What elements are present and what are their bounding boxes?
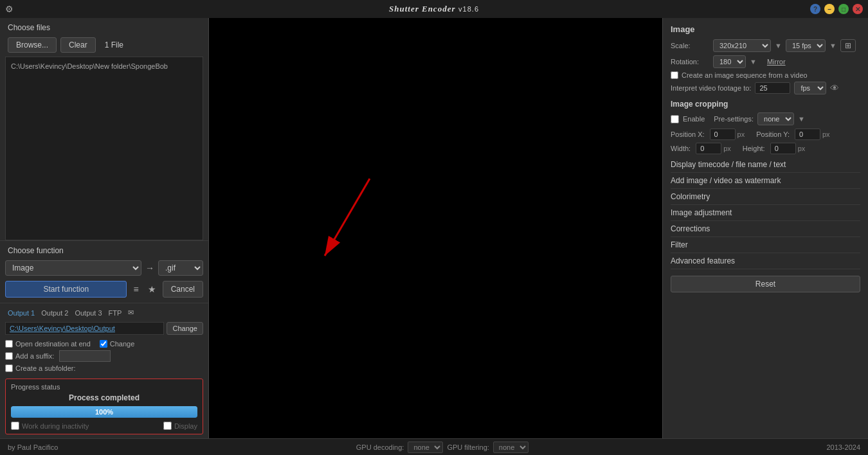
open-destination-checkbox[interactable] xyxy=(5,340,13,348)
fps-select-2[interactable]: fps xyxy=(794,82,826,94)
choose-files-header: Choose files xyxy=(0,18,208,35)
change-button[interactable]: Change xyxy=(167,322,203,335)
filter-item[interactable]: Filter xyxy=(671,237,860,253)
create-sequence-row: Create an image sequence from a video xyxy=(671,71,860,79)
width-label: Width: xyxy=(671,145,691,152)
browse-button[interactable]: Browse... xyxy=(8,37,57,53)
position-x-label: Position X: xyxy=(671,130,705,138)
change-checkbox[interactable] xyxy=(100,340,107,348)
open-destination-label: Open destination at end xyxy=(15,340,91,348)
close-button[interactable]: ✕ xyxy=(853,4,863,14)
suffix-input[interactable] xyxy=(59,350,111,362)
right-panel: Image Scale: 320x210 ▼ 15 fps ▼ ⊞ Rotati… xyxy=(662,18,868,438)
reset-button[interactable]: Reset xyxy=(671,276,860,292)
scale-select[interactable]: 320x210 xyxy=(713,39,771,52)
gpu-decoding-select[interactable]: none xyxy=(408,442,443,453)
year-label: 2013-2024 xyxy=(826,443,860,451)
maximize-button[interactable]: □ xyxy=(838,4,849,14)
create-sequence-label: Create an image sequence from a video xyxy=(682,71,808,79)
file-item: C:\Users\Kevincy\Desktop\New folder\Spon… xyxy=(11,61,197,71)
function-row: Image → .gif xyxy=(0,258,208,278)
app-title: Shutter Encoder v18.6 xyxy=(389,4,479,14)
add-suffix-checkbox[interactable] xyxy=(5,352,13,360)
fps-select[interactable]: 15 fps xyxy=(786,39,826,52)
settings-icon[interactable]: ⚙ xyxy=(5,4,14,14)
enable-row: Enable Pre-settings: none ▼ xyxy=(671,112,860,125)
advanced-features-item[interactable]: Advanced features xyxy=(671,253,860,269)
add-image-item[interactable]: Add image / video as watermark xyxy=(671,173,860,189)
fps-arrow-icon: ▼ xyxy=(829,42,836,49)
position-row: Position X: px Position Y: px xyxy=(671,129,860,140)
size-row: Width: px Height: px xyxy=(671,143,860,154)
colorimetry-item[interactable]: Colorimetry xyxy=(671,189,860,205)
output-path-row: C:\Users\Kevincy\Desktop\Output Change xyxy=(0,321,208,337)
info-button[interactable]: ? xyxy=(810,4,820,14)
display-timecode-item[interactable]: Display timecode / file name / text xyxy=(671,157,860,173)
image-adjustment-item[interactable]: Image adjustment xyxy=(671,205,860,221)
left-panel: Choose files Browse... Clear 1 File C:\U… xyxy=(0,18,209,438)
process-completed: Process completed xyxy=(11,393,197,402)
create-subfolder-label: Create a subfolder: xyxy=(15,364,76,372)
star-icon-button[interactable]: ★ xyxy=(145,283,159,296)
pre-settings-label: Pre-settings: xyxy=(714,115,754,123)
output-tab-3[interactable]: Output 3 xyxy=(72,308,104,318)
gpu-decoding-label: GPU decoding: xyxy=(356,443,404,451)
enable-checkbox[interactable] xyxy=(671,115,679,123)
output-tab-1[interactable]: Output 1 xyxy=(5,308,37,318)
cropping-section: Image cropping Enable Pre-settings: none… xyxy=(671,100,860,154)
output-tab-ftp[interactable]: FTP xyxy=(106,308,125,318)
file-list[interactable]: C:\Users\Kevincy\Desktop\New folder\Spon… xyxy=(5,57,203,240)
work-inactivity-checkbox[interactable] xyxy=(11,422,19,430)
window-controls: ? – □ ✕ xyxy=(810,4,863,14)
display-checkbox[interactable] xyxy=(163,422,172,430)
clear-button[interactable]: Clear xyxy=(60,37,96,53)
annotation-arrow xyxy=(305,179,434,294)
interpret-input[interactable] xyxy=(755,82,790,94)
width-input[interactable] xyxy=(696,143,721,154)
footer-gpu: GPU decoding: none GPU filtering: none xyxy=(356,442,529,453)
author-label: by Paul Pacifico xyxy=(8,443,58,451)
cropping-header: Image cropping xyxy=(671,100,860,109)
px-label-4: px xyxy=(798,145,806,152)
format-select[interactable]: .gif xyxy=(158,260,203,276)
choose-function-header: Choose function xyxy=(0,240,208,258)
height-input[interactable] xyxy=(770,143,796,154)
pre-settings-select[interactable]: none xyxy=(757,112,794,125)
choose-files-buttons: Browse... Clear 1 File xyxy=(0,35,208,57)
file-count: 1 File xyxy=(105,40,123,49)
position-y-input[interactable] xyxy=(795,129,820,140)
footer: by Paul Pacifico GPU decoding: none GPU … xyxy=(0,438,868,455)
list-icon-button[interactable]: ≡ xyxy=(131,283,141,296)
main-content: Choose files Browse... Clear 1 File C:\U… xyxy=(0,18,868,438)
capture-button[interactable]: ⊞ xyxy=(840,39,856,52)
create-subfolder-checkbox[interactable] xyxy=(5,364,13,372)
open-destination-row: Open destination at end Change xyxy=(5,339,203,349)
output-tab-2[interactable]: Output 2 xyxy=(39,308,71,318)
cancel-button[interactable]: Cancel xyxy=(163,281,203,298)
minimize-button[interactable]: – xyxy=(824,4,835,14)
display-button[interactable]: Display xyxy=(163,422,197,430)
rotation-row: Rotation: 180 ▼ Mirror xyxy=(671,55,860,68)
change-label: Change xyxy=(110,340,135,348)
mirror-label: Mirror xyxy=(767,58,786,66)
output-tab-email[interactable]: ✉ xyxy=(125,307,136,318)
add-suffix-row: Add a suffix: xyxy=(5,349,203,363)
progress-footer: Work during inactivity Display xyxy=(11,422,197,430)
output-options: Open destination at end Change Add a suf… xyxy=(0,337,208,375)
start-function-button[interactable]: Start function xyxy=(5,281,127,298)
function-select[interactable]: Image xyxy=(5,260,141,276)
eye-icon: 👁 xyxy=(830,83,839,93)
create-subfolder-row: Create a subfolder: xyxy=(5,363,203,373)
create-sequence-checkbox[interactable] xyxy=(671,71,678,79)
pre-settings-arrow-icon: ▼ xyxy=(798,115,805,123)
rotation-arrow-icon: ▼ xyxy=(750,58,757,66)
output-path[interactable]: C:\Users\Kevincy\Desktop\Output xyxy=(5,322,164,335)
arrow-right-icon: → xyxy=(145,263,154,273)
output-tabs: Output 1 Output 2 Output 3 FTP ✉ xyxy=(0,303,208,321)
rotation-select[interactable]: 180 xyxy=(713,55,746,68)
position-x-input[interactable] xyxy=(710,129,736,140)
corrections-item[interactable]: Corrections xyxy=(671,221,860,237)
gpu-filtering-select[interactable]: none xyxy=(493,442,529,453)
progress-percent: 100% xyxy=(95,408,113,416)
height-group: px xyxy=(770,143,806,154)
